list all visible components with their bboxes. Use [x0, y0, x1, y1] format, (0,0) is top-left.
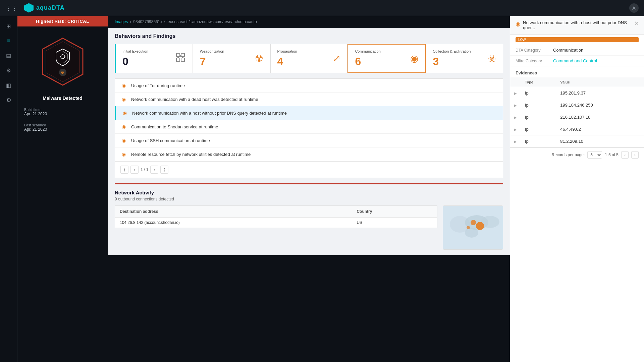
svg-point-20	[467, 226, 470, 229]
pagination: ⟪ ‹ 1 / 1 › ⟫	[115, 161, 503, 178]
network-col-dest: Destination address	[115, 206, 352, 218]
metric-icon-initial	[175, 54, 186, 65]
metric-icon-comm: ◉	[410, 53, 418, 64]
evidence-row-0[interactable]: ▶ Ip 195.201.9.37	[510, 87, 644, 99]
avatar[interactable]: A	[629, 3, 639, 13]
sidebar-item-config[interactable]: ⚙	[3, 94, 15, 106]
sidebar-item-images[interactable]: ▤	[3, 50, 15, 62]
sidebar: ⊞ ≡ ▤ ⚙ ◧ ⚙	[0, 16, 17, 362]
finding-text-2: Network communication with a host withou…	[132, 111, 287, 116]
network-table-wrap: Destination address Country 104.26.8.142…	[115, 205, 437, 250]
sidebar-item-apps[interactable]: ⊞	[3, 20, 15, 32]
evidence-col-expand	[510, 77, 521, 87]
page-prev-button[interactable]: ‹	[130, 166, 139, 174]
evidence-row-1[interactable]: ▶ Ip 199.184.246.250	[510, 99, 644, 111]
network-table: Destination address Country 104.26.8.142…	[115, 205, 437, 228]
finding-icon-3: ◉	[120, 124, 127, 129]
metric-value-weapon: 7	[200, 55, 224, 68]
page-last-button[interactable]: ⟫	[160, 166, 168, 174]
breadcrumb-parent[interactable]: Images	[115, 19, 128, 24]
evidence-expand-4[interactable]: ▶	[514, 140, 517, 143]
finding-text-4: Usage of SSH communication at runtime	[131, 138, 210, 143]
finding-item-2[interactable]: ◉ Network communication with a host with…	[115, 106, 503, 120]
network-content: Destination address Country 104.26.8.142…	[115, 205, 503, 250]
metric-icon-collect: ☣	[488, 53, 496, 64]
svg-rect-9	[176, 58, 180, 61]
evidence-row-4[interactable]: ▶ Ip 81.2.209.10	[510, 135, 644, 147]
records-per-page-select[interactable]: 5 10 20	[587, 151, 602, 159]
findings-list: ◉ Usage of Tor during runtime ◉ Network …	[115, 78, 503, 178]
finding-icon-2: ◉	[121, 110, 128, 116]
detail-header-icon: ◉	[516, 21, 520, 27]
build-time-row: Build time Apr. 21 2020	[24, 108, 101, 116]
detail-panel: ◉ Network communication with a host with…	[510, 16, 644, 362]
metric-card-communication[interactable]: Communication 6 ◉	[347, 44, 426, 73]
network-row-0[interactable]: 104.26.8.142 (account.shodan.io) US	[115, 218, 437, 228]
evidence-row-3[interactable]: ▶ Ip 46.4.49.62	[510, 123, 644, 135]
metric-card-collection[interactable]: Collection & Exfiltration 3 ☣	[426, 44, 503, 73]
detail-mitre-label: Mitre Category	[516, 59, 549, 63]
page-next-button[interactable]: ›	[150, 166, 158, 174]
finding-item-1[interactable]: ◉ Network communication with a dead host…	[115, 93, 503, 106]
network-dest-0: 104.26.8.142 (account.shodan.io)	[115, 218, 352, 228]
metric-card-propagation[interactable]: Propagation 4 ⤢	[270, 44, 348, 73]
finding-item-4[interactable]: ◉ Usage of SSH communication at runtime	[115, 134, 503, 147]
evidence-expand-2[interactable]: ▶	[514, 116, 517, 119]
finding-text-1: Network communication with a dead host w…	[131, 97, 258, 102]
metric-icon-propag: ⤢	[333, 53, 340, 64]
metric-name-propag: Propagation	[277, 49, 297, 53]
finding-item-5[interactable]: ◉ Remote resource fetch by network utili…	[115, 147, 503, 161]
page-first-button[interactable]: ⟪	[120, 166, 128, 174]
detail-header: ◉ Network communication with a host with…	[510, 16, 644, 35]
finding-text-5: Remote resource fetch by network utiliti…	[131, 152, 251, 157]
finding-item-0[interactable]: ◉ Usage of Tor during runtime	[115, 79, 503, 93]
svg-rect-8	[181, 53, 184, 57]
detail-dta-value: Communication	[553, 48, 583, 53]
malware-shield-icon	[53, 47, 73, 67]
metric-name-initial: Initial Execution	[122, 49, 148, 53]
metric-card-weaponization[interactable]: Weaponization 7 ☢	[193, 44, 270, 73]
network-subtitle: 9 outbound connections detected	[115, 197, 503, 201]
svg-point-19	[476, 222, 484, 230]
sidebar-item-settings[interactable]: ⚙	[3, 64, 15, 76]
network-title: Network Activity	[115, 190, 503, 195]
evidence-value-3: 46.4.49.62	[556, 123, 644, 135]
risk-banner: Highest Risk: CRITICAL	[17, 16, 108, 26]
detail-mitre-value[interactable]: Command and Control	[553, 58, 597, 63]
detail-next-button[interactable]: ›	[631, 151, 639, 159]
evidence-expand-0[interactable]: ▶	[514, 92, 517, 95]
breadcrumb: Images › 934027998561.dkr.ecr.us-east-1.…	[108, 16, 510, 28]
metric-name-comm: Communication	[355, 49, 380, 53]
sidebar-item-dashboard[interactable]: ≡	[3, 35, 15, 47]
section-title: Behaviors and Findings	[115, 33, 503, 39]
detail-close-button[interactable]: ✕	[634, 20, 639, 26]
evidences-title: Evidences	[510, 66, 644, 77]
detail-dta-label: DTA Category	[516, 48, 549, 53]
logo-text: aquaDTA	[36, 4, 65, 11]
evidence-row-2[interactable]: ▶ Ip 216.182.107.18	[510, 111, 644, 123]
sidebar-item-compliance[interactable]: ◧	[3, 79, 15, 91]
topbar: ⋮⋮ aquaDTA A	[0, 0, 644, 16]
evidence-expand-3[interactable]: ▶	[514, 128, 517, 131]
evidence-expand-1[interactable]: ▶	[514, 104, 517, 107]
panel-left: Highest Risk: CRITICAL	[17, 16, 108, 362]
metric-value-comm: 6	[355, 55, 380, 68]
detail-prev-button[interactable]: ‹	[621, 151, 629, 159]
evidence-type-1: Ip	[521, 99, 556, 111]
malware-detected-label: Malware Detected	[43, 96, 82, 101]
evidence-value-1: 199.184.246.250	[556, 99, 644, 111]
finding-item-3[interactable]: ◉ Communication to Shodan service at run…	[115, 120, 503, 134]
records-count: 1-5 of 5	[605, 153, 619, 157]
malware-hex-icon: ⚙	[41, 37, 85, 87]
apps-grid-icon[interactable]: ⋮⋮	[5, 4, 17, 12]
records-per-page-label: Records per page:	[552, 153, 585, 157]
finding-icon-5: ◉	[120, 152, 127, 157]
metric-name-collect: Collection & Exfiltration	[433, 49, 471, 53]
evidence-type-0: Ip	[521, 87, 556, 99]
svg-rect-12	[182, 57, 183, 58]
evidence-type-4: Ip	[521, 135, 556, 147]
metric-card-initial-execution[interactable]: Initial Execution 0	[115, 44, 193, 73]
logo-icon	[24, 3, 34, 13]
breadcrumb-separator: ›	[130, 19, 131, 24]
evidence-value-4: 81.2.209.10	[556, 135, 644, 147]
